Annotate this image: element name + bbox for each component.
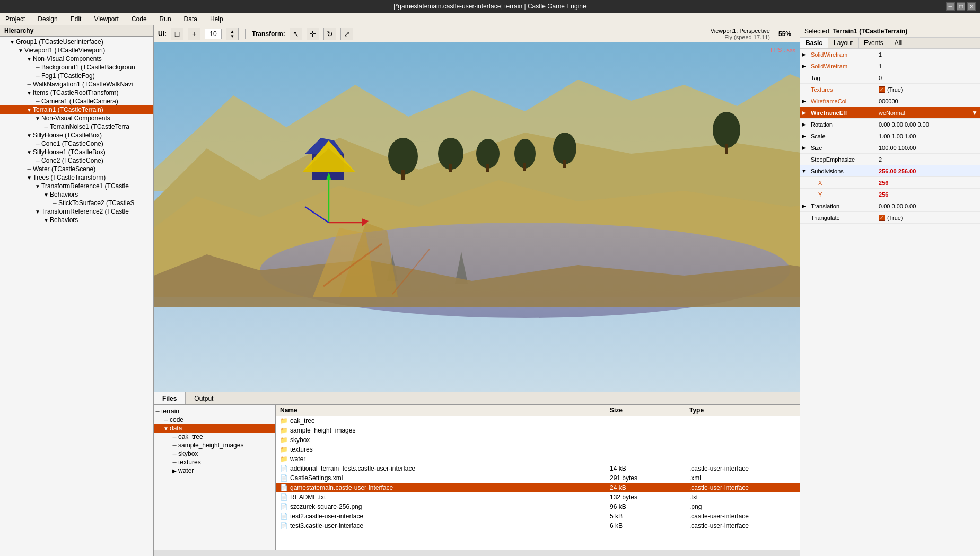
file-row-sample-height[interactable]: 📁sample_height_images xyxy=(276,426,800,435)
expand-icon[interactable]: ▼ xyxy=(34,116,41,121)
file-tree-water[interactable]: ▶ water xyxy=(154,466,275,475)
prop-tab-events[interactable]: Events xyxy=(859,38,889,48)
tree-item-fog1[interactable]: ─ Fog1 (TCastleFog) xyxy=(0,72,153,80)
viewport-area[interactable]: FPS : xxx xyxy=(154,42,800,392)
expand-icon[interactable]: ▶ xyxy=(171,468,178,474)
file-tree-code[interactable]: ─ code xyxy=(154,416,275,424)
file-list[interactable]: Name Size Type 📁oak_tree 📁sample_height_… xyxy=(276,405,800,550)
file-tree[interactable]: ─ terrain ─ code ▼ data xyxy=(154,405,276,550)
file-row-castle-settings[interactable]: 📄CastleSettings.xml 291 bytes .xml xyxy=(276,473,800,483)
file-tree-terrain[interactable]: ─ terrain xyxy=(154,407,275,416)
file-row-test2[interactable]: 📄test2.castle-user-interface 5 kB .castl… xyxy=(276,511,800,521)
prop-expand[interactable]: ▶ xyxy=(800,110,808,116)
tree-item-behaviors2[interactable]: ▼ Behaviors xyxy=(0,216,153,224)
file-row-water[interactable]: 📁water xyxy=(276,454,800,464)
tree-item-sillyhouse1[interactable]: ▼ SillyHouse1 (TCastleBox) xyxy=(0,148,153,156)
prop-row-solidwireframe1[interactable]: ▶ SolidWirefram 1 xyxy=(800,49,980,60)
restore-button[interactable]: □ xyxy=(957,2,965,11)
tree-item-group1[interactable]: ▼ Group1 (TCastleUserInterface) xyxy=(0,38,153,46)
prop-row-wireframeeffect[interactable]: ▶ WireframeEff weNormal ▼ xyxy=(800,107,980,119)
file-tree-sample-height[interactable]: ─ sample_height_images xyxy=(154,441,275,449)
menu-edit[interactable]: Edit xyxy=(67,14,85,24)
prop-row-wireframecolor[interactable]: ▶ WireframeCol 000000 xyxy=(800,95,980,107)
expand-icon[interactable]: ▼ xyxy=(34,209,41,215)
prop-row-subdivisions[interactable]: ▼ Subdivisions 256.00 256.00 xyxy=(800,165,980,177)
file-row-textures[interactable]: 📁textures xyxy=(276,445,800,454)
prop-expand[interactable]: ▼ xyxy=(800,168,808,174)
expand-icon[interactable]: ▼ xyxy=(162,426,170,431)
menu-viewport[interactable]: Viewport xyxy=(91,14,121,24)
tree-item-terrainnoise1[interactable]: ─ TerrainNoise1 (TCastleTerra xyxy=(0,122,153,131)
tree-item-behaviors1[interactable]: ▼ Behaviors xyxy=(0,190,153,199)
menu-help[interactable]: Help xyxy=(207,14,226,24)
prop-row-triangulate[interactable]: ▶ Triangulate ✓ (True) xyxy=(800,212,980,224)
tree-item-viewport1[interactable]: ▼ Viewport1 (TCastleViewport) xyxy=(0,46,153,55)
menu-design[interactable]: Design xyxy=(34,14,60,24)
prop-row-solidwireframe2[interactable]: ▶ SolidWirefram 1 xyxy=(800,60,980,72)
add-button[interactable]: + xyxy=(188,28,200,40)
prop-expand[interactable]: ▶ xyxy=(800,51,808,57)
file-row-skybox[interactable]: 📁skybox xyxy=(276,435,800,445)
prop-row-size[interactable]: ▶ Size 100.00 100.00 xyxy=(800,142,980,154)
expand-icon[interactable]: ▼ xyxy=(25,56,33,62)
rotate-tool-button[interactable]: ↻ xyxy=(323,28,336,40)
grid-size-input[interactable] xyxy=(205,29,222,39)
prop-row-steepemphasize[interactable]: ▶ SteepEmphasize 2 xyxy=(800,154,980,165)
tree-item-items[interactable]: ▼ Items (TCastleRootTransform) xyxy=(0,89,153,97)
prop-row-scale[interactable]: ▶ Scale 1.00 1.00 1.00 xyxy=(800,130,980,142)
hierarchy-content[interactable]: ▼ Group1 (TCastleUserInterface) ▼ Viewpo… xyxy=(0,37,153,556)
expand-icon[interactable]: ▼ xyxy=(42,192,50,198)
close-button[interactable]: ✕ xyxy=(967,2,976,11)
prop-expand[interactable]: ▶ xyxy=(800,121,808,127)
prop-tab-layout[interactable]: Layout xyxy=(828,38,859,48)
expand-icon[interactable]: ▼ xyxy=(25,90,33,96)
expand-icon[interactable]: ▼ xyxy=(25,149,33,155)
file-tree-oak-tree[interactable]: ─ oak_tree xyxy=(154,433,275,441)
tree-item-cone1[interactable]: ─ Cone1 (TCastleCone) xyxy=(0,139,153,148)
prop-expand[interactable]: ▶ xyxy=(800,98,808,104)
menu-run[interactable]: Run xyxy=(156,14,174,24)
tree-item-sillyhouse[interactable]: ▼ SillyHouse (TCastleBox) xyxy=(0,131,153,139)
file-row-oak-tree[interactable]: 📁oak_tree xyxy=(276,416,800,426)
tab-output[interactable]: Output xyxy=(186,392,222,404)
file-tree-data[interactable]: ▼ data xyxy=(154,424,275,433)
minimize-button[interactable]: ─ xyxy=(946,2,955,11)
move-tool-button[interactable]: ✛ xyxy=(307,28,319,40)
scale-tool-button[interactable]: ⤢ xyxy=(340,28,353,40)
tree-item-transformref1[interactable]: ▼ TransformReference1 (TCastle xyxy=(0,182,153,190)
tree-item-camera1[interactable]: ─ Camera1 (TCastleCamera) xyxy=(0,97,153,105)
prop-expand[interactable]: ▶ xyxy=(800,203,808,209)
file-row-readme[interactable]: 📄README.txt 132 bytes .txt xyxy=(276,492,800,502)
prop-row-y[interactable]: ▶ Y 256 xyxy=(800,189,980,200)
expand-icon[interactable]: ▼ xyxy=(25,107,33,113)
dropdown-arrow[interactable]: ▼ xyxy=(972,109,978,117)
expand-icon[interactable]: ▼ xyxy=(42,217,50,223)
tree-item-stickto2[interactable]: ─ StickToSurface2 (TCastleS xyxy=(0,199,153,207)
tree-item-cone2[interactable]: ─ Cone2 (TCastleCone) xyxy=(0,156,153,165)
expand-icon[interactable]: ▼ xyxy=(17,48,24,54)
expand-icon[interactable]: ▼ xyxy=(8,39,16,45)
prop-row-textures[interactable]: ▶ Textures ✓ (True) xyxy=(800,84,980,95)
prop-tab-basic[interactable]: Basic xyxy=(800,38,828,48)
tree-item-transformref2[interactable]: ▼ TransformReference2 (TCastle xyxy=(0,207,153,216)
square-tool-button[interactable]: □ xyxy=(171,28,183,40)
file-row-test3[interactable]: 📄test3.castle-user-interface 6 kB .castl… xyxy=(276,521,800,531)
file-row-gamestatemain[interactable]: 📄gamestatemain.castle-user-interface 24 … xyxy=(276,483,800,492)
prop-row-translation[interactable]: ▶ Translation 0.00 0.00 0.00 xyxy=(800,200,980,212)
tree-item-trees[interactable]: ▼ Trees (TCastleTransform) xyxy=(0,173,153,182)
prop-row-rotation[interactable]: ▶ Rotation 0.00 0.00 0.00 0.00 xyxy=(800,119,980,130)
horizontal-scrollbar[interactable] xyxy=(154,550,800,556)
tree-item-nonvisual1[interactable]: ▼ Non-Visual Components xyxy=(0,55,153,63)
prop-expand[interactable]: ▶ xyxy=(800,63,808,69)
grid-up-button[interactable]: ▲▼ xyxy=(226,28,239,40)
file-row-szczurek[interactable]: 📄szczurek-square-256.png 96 kB .png xyxy=(276,502,800,511)
file-row-additional-terrain[interactable]: 📄additional_terrain_tests.castle-user-in… xyxy=(276,464,800,473)
prop-row-x[interactable]: ▶ X 256 xyxy=(800,177,980,189)
prop-expand[interactable]: ▶ xyxy=(800,133,808,139)
tree-item-water[interactable]: ─ Water (TCastleScene) xyxy=(0,165,153,173)
select-tool-button[interactable]: ↖ xyxy=(290,28,302,40)
file-tree-textures[interactable]: ─ textures xyxy=(154,458,275,466)
tree-item-walknavigation1[interactable]: ─ WalkNavigation1 (TCastleWalkNavi xyxy=(0,80,153,89)
prop-expand[interactable]: ▶ xyxy=(800,145,808,151)
expand-icon[interactable]: ▼ xyxy=(34,183,41,189)
